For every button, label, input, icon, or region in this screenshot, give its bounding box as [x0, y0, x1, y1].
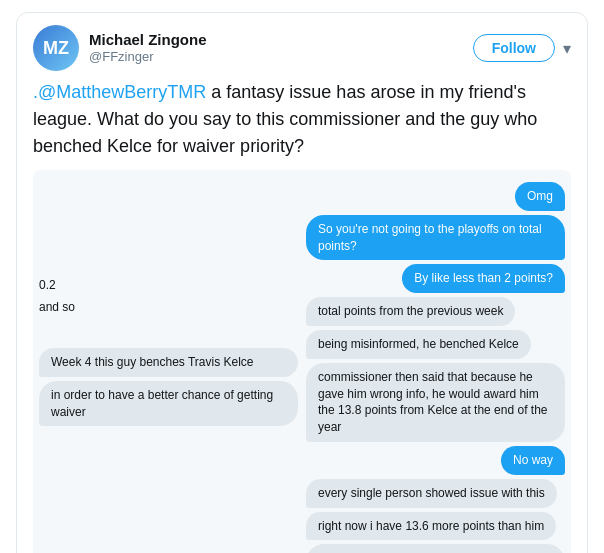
chevron-down-icon[interactable]: ▾ [563, 39, 571, 58]
handle: @FFzinger [89, 49, 207, 65]
chat-bubble-omg: Omg [515, 182, 565, 211]
header-actions: Follow ▾ [473, 34, 571, 62]
user-info: Michael Zingone @FFzinger [89, 31, 207, 65]
chat-bubble-every-person: every single person showed issue with th… [306, 479, 557, 508]
chat-right-col: Omg So you're not going to the playoffs … [306, 178, 565, 553]
tweet-header: MZ Michael Zingone @FFzinger Follow ▾ [33, 25, 571, 71]
tweet-card: MZ Michael Zingone @FFzinger Follow ▾ .@… [16, 12, 588, 553]
avatar-image: MZ [33, 25, 79, 71]
mention-link[interactable]: .@MatthewBerryTMR [33, 82, 206, 102]
chat-screenshot: 0.2 and so Week 4 this guy benches Travi… [33, 170, 571, 553]
chat-bubble-benches: Week 4 this guy benches Travis Kelce [39, 348, 298, 377]
chat-bubble-misinformed: being misinformed, he benched Kelce [306, 330, 531, 359]
follow-button[interactable]: Follow [473, 34, 555, 62]
chat-bubble-everyone: everyone is on my side other than commis… [306, 544, 565, 553]
chat-bubble-waiver: in order to have a better chance of gett… [39, 381, 298, 427]
chat-label-and-so: and so [39, 298, 298, 316]
chat-bubble-2pts: By like less than 2 points? [402, 264, 565, 293]
chat-label-0.2: 0.2 [39, 276, 298, 294]
chat-bubble-commissioner: commissioner then said that because he g… [306, 363, 565, 442]
chat-bubble-13.6: right now i have 13.6 more points than h… [306, 512, 556, 541]
chat-bubble-noway: No way [501, 446, 565, 475]
display-name: Michael Zingone [89, 31, 207, 49]
user-info-group: MZ Michael Zingone @FFzinger [33, 25, 207, 71]
chat-left-col: 0.2 and so Week 4 this guy benches Travi… [39, 178, 298, 553]
chat-bubble-playoffs: So you're not going to the playoffs on t… [306, 215, 565, 261]
avatar: MZ [33, 25, 79, 71]
chat-bubble-total-points: total points from the previous week [306, 297, 515, 326]
tweet-text: .@MatthewBerryTMR a fantasy issue has ar… [33, 79, 571, 160]
